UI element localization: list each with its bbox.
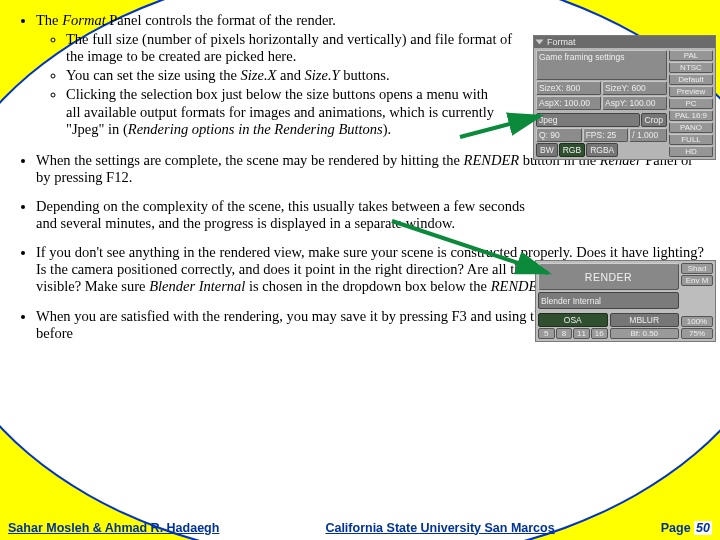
sizex-field[interactable]: SizeX: 800 <box>536 81 601 95</box>
footer-page: Page 50 <box>661 521 712 535</box>
preset-default[interactable]: Default <box>669 74 713 85</box>
subbullet-fullsize: The full size (number of pixels horizont… <box>66 31 526 65</box>
format-panel-header[interactable]: Format <box>534 36 715 48</box>
quality-field[interactable]: Q: 90 <box>536 128 582 142</box>
subbullet-selection-box: Clicking the selection box just below th… <box>66 86 506 137</box>
output-format-selector[interactable]: Jpeg <box>536 113 640 127</box>
bullet-format-panel: The Format Panel controls the format of … <box>36 12 526 138</box>
osa-5[interactable]: 5 <box>538 328 555 339</box>
preset-ntsc[interactable]: NTSC <box>669 62 713 73</box>
footer-university: California State University San Marcos <box>219 521 660 535</box>
bullet-depending: Depending on the complexity of the scene… <box>36 198 526 232</box>
preset-pano[interactable]: PANO <box>669 122 713 133</box>
render-button[interactable]: RENDER <box>538 263 679 290</box>
rgb-toggle[interactable]: RGB <box>559 143 585 157</box>
osa-8[interactable]: 8 <box>556 328 573 339</box>
pct-100[interactable]: 100% <box>681 316 713 327</box>
envmap-toggle[interactable]: Env M <box>681 275 713 286</box>
pct-75[interactable]: 75% <box>681 328 713 339</box>
shadow-toggle[interactable]: Shad <box>681 263 713 274</box>
bw-toggle[interactable]: BW <box>536 143 558 157</box>
preset-pc[interactable]: PC <box>669 98 713 109</box>
panel-title: Format <box>547 37 576 47</box>
fps-field[interactable]: FPS: 25 <box>583 128 629 142</box>
crop-toggle[interactable]: Crop <box>641 113 667 127</box>
aspy-field[interactable]: AspY: 100.00 <box>602 96 667 110</box>
footer-page-number: 50 <box>694 521 712 535</box>
osa-16[interactable]: 16 <box>591 328 608 339</box>
format-panel: Format Game framing settings SizeX: 800 … <box>533 35 716 160</box>
preset-hd[interactable]: HD <box>669 146 713 157</box>
preset-pal[interactable]: PAL <box>669 50 713 61</box>
rgba-toggle[interactable]: RGBA <box>586 143 618 157</box>
preset-full[interactable]: FULL <box>669 134 713 145</box>
render-panel: RENDER Blender Internal OSA 5 8 11 16 <box>535 260 716 342</box>
osa-toggle[interactable]: OSA <box>538 313 608 327</box>
fps-frac-field[interactable]: / 1.000 <box>629 128 667 142</box>
preset-column: PAL NTSC Default Preview PC PAL 16:9 PAN… <box>669 50 713 157</box>
bf-field[interactable]: Bf: 0.50 <box>610 328 680 339</box>
footer-page-label: Page <box>661 521 691 535</box>
osa-11[interactable]: 11 <box>573 328 590 339</box>
footer-authors: Sahar Mosleh & Ahmad R. Hadaegh <box>8 521 219 535</box>
collapse-triangle-icon <box>536 40 544 45</box>
text: The Format Panel controls the format of … <box>36 12 336 28</box>
sizey-field[interactable]: SizeY: 600 <box>602 81 667 95</box>
preset-pal169[interactable]: PAL 16:9 <box>669 110 713 121</box>
subbullet-sizexy: You can set the size using the Size.X an… <box>66 67 526 84</box>
render-engine-selector[interactable]: Blender Internal <box>538 292 679 309</box>
game-framing-button[interactable]: Game framing settings <box>536 50 667 80</box>
preset-preview[interactable]: Preview <box>669 86 713 97</box>
aspx-field[interactable]: AspX: 100.00 <box>536 96 601 110</box>
slide-footer: Sahar Mosleh & Ahmad R. Hadaegh Californ… <box>0 515 720 540</box>
mblur-toggle[interactable]: MBLUR <box>610 313 680 327</box>
